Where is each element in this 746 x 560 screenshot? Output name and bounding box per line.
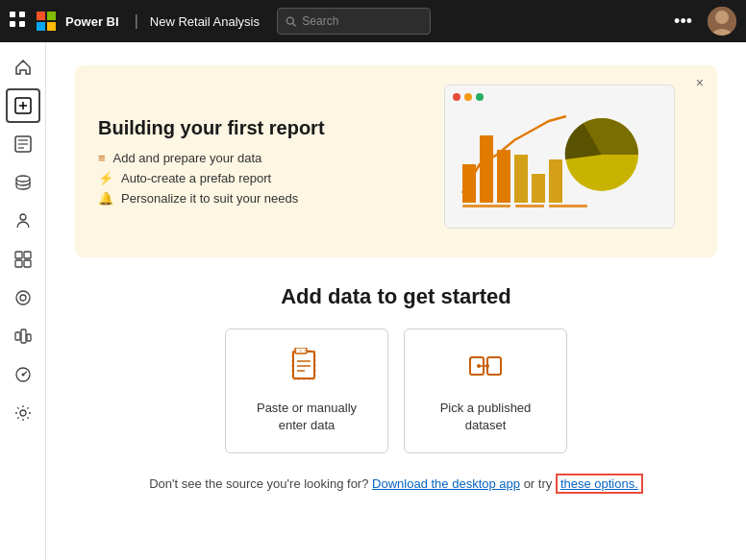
svg-rect-32	[480, 135, 493, 203]
search-icon	[286, 15, 296, 28]
step3-text: Personalize it to suit your needs	[121, 191, 298, 206]
svg-rect-2	[10, 21, 15, 27]
step2-text: Auto-create a prefab report	[121, 171, 271, 185]
nav-divider: |	[135, 12, 138, 30]
svg-rect-48	[487, 357, 501, 375]
sidebar-item-create[interactable]	[6, 88, 40, 123]
microsoft-logo	[37, 12, 56, 31]
banner-close-button[interactable]: ×	[696, 75, 704, 90]
topbar: Power BI | New Retail Analysis •••	[0, 0, 746, 42]
banner-step-1: ≡ Add and prepare your data	[98, 151, 425, 165]
svg-rect-1	[19, 12, 25, 17]
svg-rect-38	[462, 205, 510, 207]
apps-grid-icon[interactable]	[10, 12, 25, 31]
dot-green	[476, 93, 484, 101]
step1-icon: ≡	[98, 151, 106, 165]
sidebar-item-deployment[interactable]	[6, 319, 40, 353]
download-desktop-app-link[interactable]: Download the desktop app	[372, 476, 520, 491]
published-dataset-label: Pick a published dataset	[420, 400, 551, 434]
svg-rect-40	[549, 205, 587, 207]
svg-rect-21	[24, 260, 31, 267]
main-layout: Building your first report ≡ Add and pre…	[0, 42, 746, 560]
dot-yellow	[464, 93, 472, 101]
data-cards-container: Paste or manually enter data Pick a publ…	[75, 329, 717, 453]
paste-data-label: Paste or manually enter data	[241, 400, 372, 434]
avatar[interactable]	[708, 7, 736, 36]
more-icon[interactable]: •••	[674, 12, 692, 32]
sidebar-item-workspaces[interactable]	[6, 242, 40, 277]
svg-rect-34	[514, 155, 528, 203]
published-dataset-card[interactable]: Pick a published dataset	[404, 329, 567, 453]
svg-point-17	[20, 214, 26, 220]
banner-steps-list: ≡ Add and prepare your data ⚡ Auto-creat…	[98, 151, 425, 206]
banner-step-2: ⚡ Auto-create a prefab report	[98, 171, 425, 185]
svg-rect-0	[10, 12, 15, 17]
svg-point-29	[21, 374, 24, 377]
report-name: New Retail Analysis	[150, 14, 260, 29]
sidebar-item-browse[interactable]	[6, 127, 40, 161]
content-area: Building your first report ≡ Add and pre…	[46, 42, 746, 560]
search-input[interactable]	[302, 14, 422, 28]
svg-rect-41	[293, 352, 314, 378]
svg-rect-19	[24, 252, 31, 258]
svg-rect-26	[27, 334, 31, 341]
sidebar-item-datahub[interactable]	[6, 165, 40, 200]
sidebar	[0, 42, 46, 560]
add-data-title: Add data to get started	[75, 284, 717, 309]
svg-rect-35	[532, 174, 545, 203]
svg-rect-33	[497, 150, 510, 203]
sidebar-item-settings[interactable]	[6, 396, 40, 430]
svg-rect-18	[15, 252, 22, 258]
banner-text: Building your first report ≡ Add and pre…	[98, 117, 425, 206]
svg-rect-24	[15, 332, 20, 340]
chart-svg	[453, 107, 655, 210]
banner-step-3: 🔔 Personalize it to suit your needs	[98, 191, 425, 206]
getting-started-banner: Building your first report ≡ Add and pre…	[75, 65, 717, 257]
svg-point-22	[16, 291, 30, 304]
sidebar-item-metrics[interactable]	[6, 357, 40, 392]
step3-icon: 🔔	[98, 191, 113, 206]
svg-point-30	[20, 410, 26, 416]
svg-rect-20	[15, 260, 22, 267]
step1-text: Add and prepare your data	[113, 151, 262, 165]
svg-point-51	[485, 364, 489, 368]
svg-point-23	[20, 295, 26, 301]
svg-rect-25	[21, 329, 26, 343]
search-box[interactable]	[277, 8, 431, 35]
svg-point-16	[16, 176, 30, 182]
step2-icon: ⚡	[98, 171, 113, 185]
svg-rect-3	[19, 21, 25, 27]
sidebar-item-apps[interactable]	[6, 204, 40, 238]
svg-line-5	[292, 23, 295, 26]
footer-text: Don't see the source you're looking for?…	[75, 476, 717, 491]
footer-text-middle: or try	[524, 476, 556, 491]
window-dots	[453, 93, 666, 101]
svg-point-7	[715, 11, 729, 24]
chart-window	[444, 85, 675, 229]
banner-illustration	[444, 85, 694, 238]
banner-title: Building your first report	[98, 117, 425, 139]
sidebar-item-home[interactable]	[6, 50, 40, 85]
published-dataset-icon	[466, 348, 505, 390]
sidebar-item-learn[interactable]	[6, 280, 40, 315]
svg-rect-36	[549, 159, 562, 203]
paste-data-card[interactable]: Paste or manually enter data	[225, 329, 388, 453]
dot-red	[453, 93, 460, 101]
svg-point-50	[477, 364, 481, 368]
paste-data-icon	[287, 348, 326, 390]
powerbi-label: Power BI	[65, 14, 119, 29]
these-options-link[interactable]: these options.	[556, 474, 643, 494]
svg-rect-39	[515, 205, 544, 207]
footer-text-before: Don't see the source you're looking for?	[149, 476, 368, 491]
svg-point-4	[286, 17, 293, 24]
